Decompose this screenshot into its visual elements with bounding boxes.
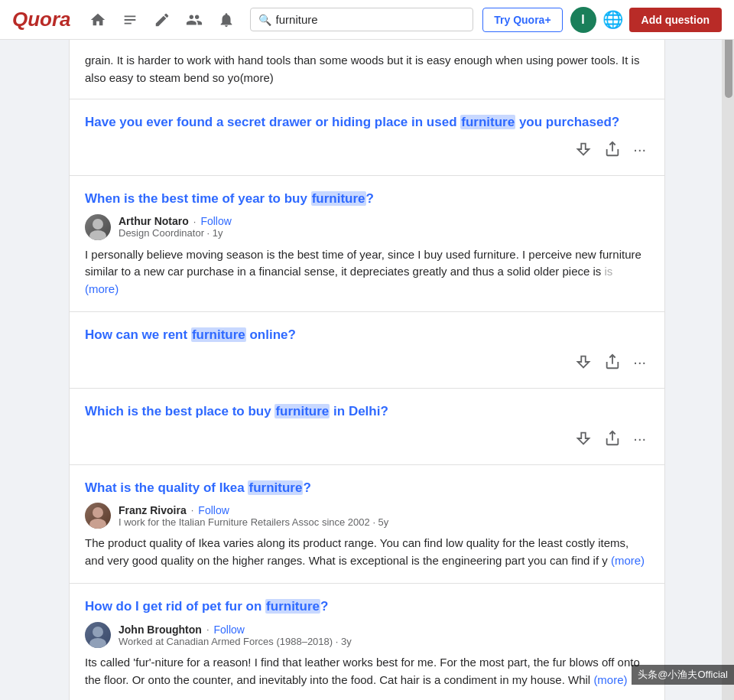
action-row-q4: ··· [85, 427, 649, 451]
author-info-franz: Franz Rivoira · Follow I work for the It… [119, 504, 388, 528]
feed-item-q4: Which is the best place to buy furniture… [70, 389, 664, 465]
highlight-q5: furniture [248, 480, 303, 495]
quora-logo[interactable]: Quora [12, 8, 71, 31]
svg-point-5 [89, 638, 106, 648]
feed-item-q1: Have you ever found a secret drawer or h… [70, 99, 664, 176]
main-content: grain. It is harder to work with hand to… [0, 40, 734, 700]
follow-link-john[interactable]: Follow [214, 623, 245, 636]
feed: grain. It is harder to work with hand to… [69, 40, 665, 700]
answer-content-q5: The product quality of Ikea varies along… [85, 536, 628, 567]
action-row-q3: ··· [85, 350, 649, 374]
answer-more-q6[interactable]: (more) [593, 673, 627, 686]
downvote-button-q1[interactable] [572, 138, 595, 161]
author-name-row-franz: Franz Rivoira · Follow [119, 504, 388, 516]
feed-item-q5: What is the quality of Ikea furniture? F… [70, 465, 664, 584]
author-name-row-arthur: Arthur Notaro · Follow [119, 215, 232, 227]
highlight-q3: furniture [191, 327, 246, 342]
highlight-q1: furniture [460, 115, 515, 129]
question-link-q3[interactable]: How can we rent furniture online? [85, 326, 649, 344]
author-dot-arthur: · [193, 216, 196, 227]
add-question-button[interactable]: Add question [629, 8, 722, 32]
action-row-q1: ··· [85, 138, 649, 161]
highlight-q2: furniture [311, 191, 366, 206]
author-meta-john: Worked at Canadian Armed Forces (1988–20… [119, 636, 352, 647]
more-button-q3[interactable]: ··· [630, 350, 649, 374]
search-bar[interactable]: 🔍 [250, 8, 474, 31]
answer-fade-q2: is [601, 265, 612, 278]
watermark: 头条@小渔夫Official [632, 665, 734, 685]
answer-text-q5: The product quality of Ikea varies along… [85, 535, 649, 569]
top-snippet-text: grain. It is harder to work with hand to… [85, 54, 639, 84]
author-name-john: John Broughton [119, 623, 202, 636]
svg-point-0 [93, 219, 103, 230]
answer-text-q6: Its called 'fur'-niture for a reason! I … [85, 654, 649, 689]
author-dot-john: · [206, 623, 209, 635]
svg-point-1 [89, 230, 106, 240]
author-name-arthur: Arthur Notaro [119, 215, 189, 227]
share-button-q1[interactable] [601, 138, 624, 161]
top-snippet: grain. It is harder to work with hand to… [70, 40, 664, 99]
svg-point-2 [93, 507, 103, 518]
share-button-q3[interactable] [601, 350, 624, 373]
nav-icons [83, 5, 241, 34]
question-link-q4[interactable]: Which is the best place to buy furniture… [85, 402, 649, 421]
search-input[interactable] [276, 13, 466, 26]
answer-text-q2: I personally believe moving season is th… [85, 246, 649, 298]
answer-content-q6: Its called 'fur'-niture for a reason! I … [85, 656, 640, 686]
user-avatar[interactable]: I [570, 7, 596, 33]
author-row-q2: Arthur Notaro · Follow Design Coordinato… [85, 214, 649, 240]
author-row-john: John Broughton · Follow Worked at Canadi… [85, 622, 649, 648]
follow-link-franz[interactable]: Follow [198, 504, 229, 516]
svg-point-3 [89, 519, 106, 529]
scrollbar-track [722, 0, 734, 700]
question-link-q6[interactable]: How do I get rid of pet fur on furniture… [85, 597, 649, 616]
write-icon[interactable] [148, 5, 177, 34]
try-quora-button[interactable]: Try Quora+ [482, 8, 562, 32]
author-dot-franz: · [191, 504, 194, 516]
author-info-arthur: Arthur Notaro · Follow Design Coordinato… [119, 215, 232, 239]
top-snippet-more[interactable]: (more) [240, 71, 274, 84]
author-name-franz: Franz Rivoira [119, 504, 187, 516]
share-button-q4[interactable] [601, 427, 624, 450]
feed-item-q2: When is the best time of year to buy fur… [70, 176, 664, 312]
answer-more-q2[interactable]: (more) [85, 282, 119, 295]
author-name-row-john: John Broughton · Follow [119, 623, 352, 636]
follow-link-arthur[interactable]: Follow [200, 215, 231, 227]
spaces-icon[interactable] [180, 5, 209, 34]
author-meta-arthur: Design Coordinator · 1y [119, 227, 232, 239]
svg-point-4 [93, 627, 103, 637]
feed-item-q6: How do I get rid of pet fur on furniture… [70, 584, 664, 700]
feed-item-q3: How can we rent furniture online? ··· [70, 312, 664, 389]
question-link-q2[interactable]: When is the best time of year to buy fur… [85, 190, 649, 208]
downvote-button-q4[interactable] [572, 427, 595, 450]
more-button-q1[interactable]: ··· [630, 138, 649, 161]
notifications-icon[interactable] [212, 5, 241, 34]
highlight-q4: furniture [274, 404, 330, 418]
navbar: Quora 🔍 Try Quora+ I 🌐 Add question [0, 0, 734, 40]
author-meta-franz: I work for the Italian Furniture Retaile… [119, 516, 388, 528]
answers-icon[interactable] [115, 5, 145, 34]
more-button-q4[interactable]: ··· [630, 427, 649, 451]
language-icon[interactable]: 🌐 [602, 10, 623, 30]
answer-more-q5[interactable]: (more) [611, 554, 645, 567]
downvote-button-q3[interactable] [572, 350, 595, 373]
search-icon: 🔍 [258, 14, 271, 26]
avatar-arthur [85, 214, 111, 240]
home-icon[interactable] [83, 5, 112, 34]
avatar-franz [85, 503, 111, 529]
avatar-john [85, 622, 111, 648]
question-link-q1[interactable]: Have you ever found a secret drawer or h… [85, 113, 649, 132]
author-info-john: John Broughton · Follow Worked at Canadi… [119, 623, 352, 647]
highlight-q6: furniture [265, 599, 320, 614]
author-row-franz: Franz Rivoira · Follow I work for the It… [85, 503, 649, 529]
question-link-q5[interactable]: What is the quality of Ikea furniture? [85, 479, 649, 497]
answer-content-q2: I personally believe moving season is th… [85, 248, 641, 278]
